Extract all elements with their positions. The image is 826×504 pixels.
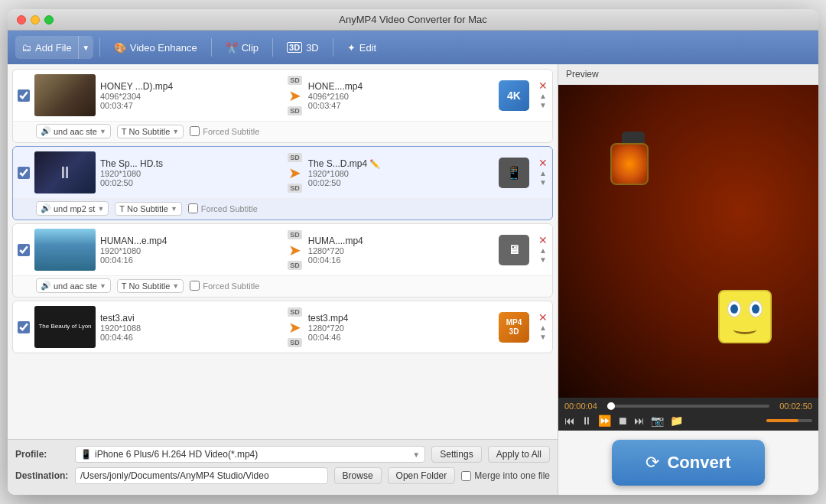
browse-button[interactable]: Browse — [334, 467, 382, 484]
file-2-input-duration: 00:02:50 — [100, 178, 281, 187]
file-3-output-dims: 1280*720 — [308, 246, 489, 255]
file-2-up[interactable]: ▲ — [539, 169, 547, 178]
settings-button[interactable]: Settings — [431, 446, 481, 463]
file-1-subtitle-select[interactable]: T No Subtitle ▼ — [117, 125, 184, 138]
screenshot-button[interactable]: 📷 — [651, 415, 664, 427]
stop-button[interactable]: ⏹ — [617, 415, 628, 427]
spongebob-body — [718, 290, 772, 343]
progress-thumb — [607, 402, 615, 410]
file-1-arrow: SD ➤ SD — [285, 76, 305, 115]
file-3-forced-check[interactable] — [190, 281, 200, 291]
add-file-dropdown[interactable]: ▼ — [78, 36, 93, 59]
file-3-down[interactable]: ▼ — [539, 255, 547, 265]
clip-button[interactable]: ✂️ Clip — [218, 39, 266, 57]
add-file-icon: 🗂 — [21, 42, 31, 54]
file-1-audio-select[interactable]: 🔊 und aac ste ▼ — [36, 124, 111, 138]
file-2-format-area: 📱 — [494, 158, 534, 188]
title-bar: AnyMP4 Video Converter for Mac — [8, 9, 818, 31]
toolbar-divider-3 — [272, 38, 273, 57]
file-1-down[interactable]: ▼ — [539, 101, 547, 110]
file-item-4-top: The Beauty of Lyon test3.avi 1920*1088 0… — [13, 301, 552, 353]
audio-dropdown-1: ▼ — [99, 128, 106, 135]
file-2-audio-select[interactable]: 🔊 und mp2 st ▼ — [36, 201, 109, 216]
file-2-arrow: SD ➤ SD — [285, 153, 305, 193]
file-2-subtitle-select[interactable]: T No Subtitle ▼ — [115, 202, 181, 216]
file-2-remove[interactable]: ✕ — [538, 158, 548, 168]
profile-select[interactable]: 📱 iPhone 6 Plus/6 H.264 HD Video(*.mp4) … — [75, 446, 425, 463]
toolbar-divider-4 — [333, 38, 333, 57]
file-2-output-meta: The S...D.mp4 ✏️ 1920*1080 00:02:50 — [308, 158, 489, 187]
spongebob-eye-right — [749, 301, 763, 317]
edit-button[interactable]: ✦ Edit — [340, 39, 384, 57]
merge-checkbox[interactable] — [461, 471, 471, 481]
file-3-input-dims: 1920*1080 — [100, 246, 281, 255]
file-2-edit-icon[interactable]: ✏️ — [369, 159, 380, 168]
file-1-remove[interactable]: ✕ — [538, 80, 548, 91]
skip-back-button[interactable]: ⏮ — [564, 415, 575, 427]
apply-all-button[interactable]: Apply to All — [488, 446, 550, 463]
maximize-button[interactable] — [44, 15, 54, 24]
file-list-panel: HONEY ...D).mp4 4096*2304 00:03:47 SD ➤ … — [8, 64, 558, 495]
folder-button[interactable]: 📁 — [670, 415, 683, 427]
file-item-3: HUMAN...e.mp4 1920*1080 00:04:16 SD ➤ SD… — [12, 223, 553, 298]
file-4-checkbox[interactable] — [18, 321, 30, 333]
convert-label: Convert — [667, 453, 730, 473]
progress-track[interactable] — [607, 405, 769, 408]
file-1-output-duration: 00:03:47 — [308, 101, 489, 110]
file-1-checkbox[interactable] — [18, 89, 30, 102]
file-2-arrow-icon: ➤ — [288, 164, 301, 182]
file-4-input-name: test3.avi — [100, 313, 281, 324]
profile-dropdown-arrow: ▼ — [412, 450, 420, 459]
file-4-input-meta: test3.avi 1920*1088 00:04:46 — [100, 313, 281, 342]
preview-video — [558, 85, 818, 398]
file-3-audio-select[interactable]: 🔊 und aac ste ▼ — [36, 278, 111, 293]
toolbar-divider-1 — [99, 38, 100, 57]
destination-input[interactable] — [75, 467, 328, 484]
file-1-output-dims: 4096*2160 — [308, 92, 489, 101]
file-2-forced-check[interactable] — [188, 203, 198, 213]
skip-forward-button[interactable]: ⏭ — [634, 415, 645, 427]
clip-icon: ✂️ — [226, 42, 238, 54]
file-2-checkbox[interactable] — [18, 167, 30, 179]
file-1-up[interactable]: ▲ — [539, 92, 547, 101]
pupil-right — [752, 304, 759, 314]
file-3-checkbox[interactable] — [18, 244, 30, 256]
file-2-down[interactable]: ▼ — [539, 178, 547, 187]
file-4-down[interactable]: ▼ — [539, 333, 547, 342]
file-item-2: The Sp... HD.ts 1920*1080 00:02:50 SD ➤ … — [12, 146, 553, 220]
file-3-output-meta: HUMA....mp4 1280*720 00:04:16 — [308, 236, 489, 265]
volume-fill — [766, 419, 798, 422]
3d-icon: 3D — [287, 42, 302, 53]
open-folder-button[interactable]: Open Folder — [388, 467, 456, 484]
file-3-remove[interactable]: ✕ — [538, 235, 548, 245]
close-button[interactable] — [17, 15, 26, 24]
file-2-forced-subtitle: Forced Subtitle — [188, 203, 258, 213]
add-file-button[interactable]: 🗂 Add File — [15, 39, 78, 57]
fast-forward-button[interactable]: ⏩ — [598, 415, 611, 427]
file-1-arrow-icon: ➤ — [288, 86, 301, 105]
file-1-forced-check[interactable] — [190, 126, 200, 136]
file-1-sd-out: SD — [288, 106, 302, 115]
volume-bar[interactable] — [766, 419, 812, 422]
3d-button[interactable]: 3D 3D — [279, 39, 327, 57]
file-3-sd-in: SD — [288, 230, 302, 239]
convert-button[interactable]: ⟳ Convert — [612, 440, 765, 486]
add-file-group[interactable]: 🗂 Add File ▼ — [15, 36, 93, 59]
file-4-output-name: test3.mp4 — [308, 313, 489, 324]
file-2-sd-in: SD — [288, 153, 302, 162]
file-3-up[interactable]: ▲ — [539, 246, 547, 255]
file-3-input-name: HUMAN...e.mp4 — [100, 236, 281, 246]
file-4-remove[interactable]: ✕ — [538, 312, 548, 323]
video-enhance-button[interactable]: 🎨 Video Enhance — [106, 39, 205, 57]
file-4-thumb-text: The Beauty of Lyon — [37, 321, 93, 332]
file-2-output-dims: 1920*1080 — [308, 169, 489, 178]
subtitle-dropdown-3: ▼ — [172, 282, 179, 290]
file-3-subtitle-select[interactable]: T No Subtitle ▼ — [117, 279, 184, 293]
file-4-output-dims: 1280*720 — [308, 324, 489, 333]
toolbar: 🗂 Add File ▼ 🎨 Video Enhance ✂️ Clip 3D … — [8, 31, 818, 64]
file-2-info: The Sp... HD.ts 1920*1080 00:02:50 SD ➤ … — [100, 153, 489, 193]
minimize-button[interactable] — [31, 15, 40, 24]
pause-button[interactable]: ⏸ — [581, 415, 592, 427]
file-4-up[interactable]: ▲ — [539, 324, 547, 333]
file-4-sd-in: SD — [288, 307, 302, 317]
